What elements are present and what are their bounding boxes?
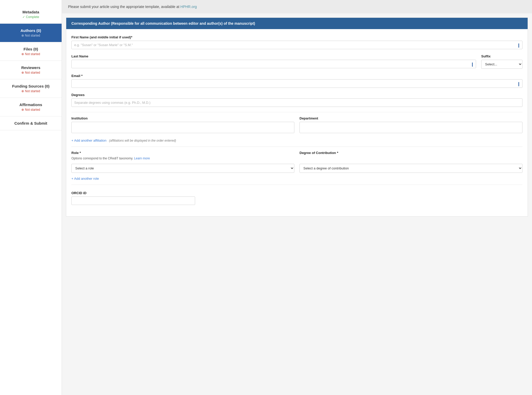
role-select-col: Select a role bbox=[71, 164, 294, 173]
text-icon: ❙ bbox=[471, 62, 474, 66]
sidebar-item-files-title: Files (0) bbox=[5, 47, 56, 51]
form-container: Corresponding Author (Responsible for al… bbox=[66, 18, 528, 217]
suffix-label: Suffix bbox=[481, 54, 522, 58]
sidebar-item-files-status: Not started bbox=[5, 52, 56, 56]
affiliation-note: (affiliations will be displayed in the o… bbox=[109, 139, 176, 142]
contribution-label: Degree of Contribution * bbox=[300, 151, 522, 155]
hphr-link[interactable]: HPHR.org bbox=[180, 5, 197, 9]
learn-more-link[interactable]: Learn more bbox=[134, 157, 150, 160]
sidebar-item-reviewers[interactable]: Reviewers Not started bbox=[0, 61, 62, 79]
sidebar-item-funding-status: Not started bbox=[5, 89, 56, 93]
email-input[interactable] bbox=[71, 79, 522, 88]
orcid-group: ORCID iD bbox=[71, 189, 522, 205]
text-icon: ❙ bbox=[517, 81, 520, 86]
sidebar-item-reviewers-status: Not started bbox=[5, 71, 56, 74]
suffix-select[interactable]: Select... Jr. Sr. II III IV M.D. Ph.D. bbox=[481, 60, 522, 69]
degrees-group: Degrees bbox=[71, 93, 522, 107]
role-header-col: Role * Options correspond to the CRediT … bbox=[71, 151, 294, 161]
email-label: Email * bbox=[71, 74, 522, 78]
role-header-row: Role * Options correspond to the CRediT … bbox=[71, 151, 522, 161]
sidebar-item-metadata[interactable]: Metadata Complete bbox=[0, 5, 62, 24]
role-section: Role * Options correspond to the CRediT … bbox=[71, 151, 522, 181]
email-group: Email * ❙ bbox=[71, 74, 522, 88]
first-name-label: First Name (and middle initial if used)* bbox=[71, 35, 522, 39]
x-icon bbox=[21, 34, 25, 37]
first-name-input[interactable] bbox=[71, 41, 522, 49]
degrees-label: Degrees bbox=[71, 93, 522, 97]
suffix-col: Suffix Select... Jr. Sr. II III IV M.D. … bbox=[481, 54, 522, 69]
role-select-row: Select a role Select a degree of contrib… bbox=[71, 164, 522, 173]
last-name-input-wrapper: ❙ bbox=[71, 60, 476, 68]
notice-text: Please submit your article using the app… bbox=[68, 5, 180, 9]
sidebar-item-authors-title: Authors (0) bbox=[5, 28, 56, 33]
notice-bar: Please submit your article using the app… bbox=[62, 0, 532, 13]
degrees-input[interactable] bbox=[71, 98, 522, 107]
text-icon: ❙ bbox=[517, 42, 520, 47]
sidebar-item-funding[interactable]: Funding Sources (0) Not started bbox=[0, 79, 62, 98]
last-name-suffix-row: Last Name ❙ Suffix Select... Jr. Sr. II … bbox=[71, 54, 522, 69]
divider-3 bbox=[71, 185, 522, 185]
institution-label: Institution bbox=[71, 116, 294, 120]
sidebar-item-confirm[interactable]: Confirm & Submit bbox=[0, 116, 62, 130]
sidebar-item-metadata-status: Complete bbox=[5, 15, 56, 19]
contribution-header-col: Degree of Contribution * bbox=[300, 151, 522, 161]
add-affiliation-row: + Add another affiliation (affiliations … bbox=[71, 138, 522, 142]
section-title: Corresponding Author (Responsible for al… bbox=[71, 21, 255, 25]
x-icon bbox=[21, 71, 25, 74]
sidebar-item-metadata-title: Metadata bbox=[5, 10, 56, 14]
contribution-select[interactable]: Select a degree of contribution bbox=[300, 164, 522, 173]
orcid-input[interactable] bbox=[71, 196, 195, 205]
contribution-select-col: Select a degree of contribution bbox=[300, 164, 522, 173]
email-input-wrapper: ❙ bbox=[71, 79, 522, 88]
x-icon bbox=[21, 108, 25, 111]
section-header: Corresponding Author (Responsible for al… bbox=[66, 18, 528, 29]
add-affiliation-link[interactable]: + Add another affiliation bbox=[71, 139, 106, 142]
institution-input[interactable] bbox=[71, 122, 294, 133]
sidebar-item-affirmations-status: Not started bbox=[5, 108, 56, 111]
last-name-label: Last Name bbox=[71, 54, 476, 58]
first-name-input-wrapper: ❙ bbox=[71, 41, 522, 49]
sidebar-item-confirm-title: Confirm & Submit bbox=[5, 121, 56, 125]
divider-1 bbox=[71, 112, 522, 112]
role-select[interactable]: Select a role bbox=[71, 164, 294, 173]
institution-col: Institution bbox=[71, 116, 294, 133]
sidebar-item-files[interactable]: Files (0) Not started bbox=[0, 42, 62, 61]
main-content: Please submit your article using the app… bbox=[62, 0, 532, 395]
department-label: Department bbox=[300, 116, 522, 120]
form-body: First Name (and middle initial if used)*… bbox=[66, 29, 528, 216]
add-role-link[interactable]: + Add another role bbox=[71, 177, 99, 181]
orcid-label: ORCID iD bbox=[71, 191, 522, 195]
sidebar: Metadata Complete Authors (0) Not starte… bbox=[0, 0, 62, 395]
department-input[interactable] bbox=[300, 122, 522, 133]
x-icon bbox=[21, 52, 25, 56]
sidebar-item-affirmations-title: Affirmations bbox=[5, 102, 56, 107]
x-icon bbox=[21, 89, 25, 93]
last-name-input[interactable] bbox=[71, 60, 476, 68]
sidebar-item-reviewers-title: Reviewers bbox=[5, 65, 56, 70]
check-icon bbox=[22, 15, 26, 19]
first-name-group: First Name (and middle initial if used)*… bbox=[71, 35, 522, 49]
sidebar-item-authors-status: Not started bbox=[5, 34, 56, 37]
credit-note: Options correspond to the CRediT taxonom… bbox=[71, 156, 294, 161]
institution-department-row: Institution Department bbox=[71, 116, 522, 133]
add-role-row: + Add another role bbox=[71, 176, 522, 181]
last-name-col: Last Name ❙ bbox=[71, 54, 476, 69]
sidebar-item-authors[interactable]: Authors (0) Not started bbox=[0, 24, 62, 42]
sidebar-item-funding-title: Funding Sources (0) bbox=[5, 84, 56, 88]
divider-2 bbox=[71, 147, 522, 147]
sidebar-item-affirmations[interactable]: Affirmations Not started bbox=[0, 98, 62, 116]
department-col: Department bbox=[300, 116, 522, 133]
role-label: Role * bbox=[71, 151, 294, 155]
